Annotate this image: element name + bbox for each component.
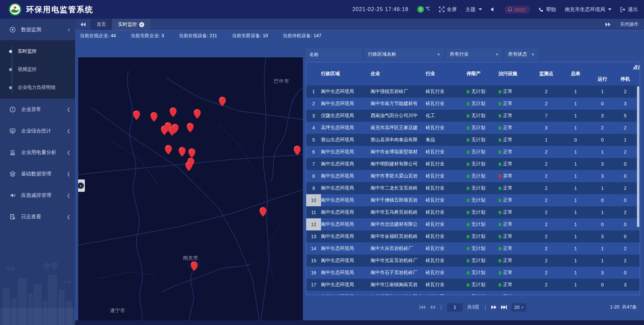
table-row[interactable]: 11阆中生态环境局阆中市五马桥页岩机砖砖瓦行业无计划正常21120: [306, 206, 640, 218]
map-pin-icon[interactable]: [165, 145, 172, 155]
sidebar-group-0: 数据监测∨实时监控视频监控企业电力负荷明细: [0, 19, 75, 99]
cell-total-meters: 1: [562, 161, 589, 167]
sidebar-item-企业综合统计[interactable]: 企业综合统计❮: [0, 120, 75, 142]
sidebar-item-企业异常[interactable]: 企业异常❮: [0, 99, 75, 120]
map-pin-icon[interactable]: [185, 161, 193, 171]
sidebar-item-label: 企业异常: [21, 106, 67, 113]
org-dropdown[interactable]: 南充市生态环境局: [565, 6, 611, 13]
region-filter-dropdown[interactable]: 行政区域名称 ∨: [365, 49, 443, 60]
last-page-button[interactable]: [501, 305, 507, 309]
fullscreen-button[interactable]: 全屏: [439, 6, 457, 13]
sound-toggle[interactable]: [491, 7, 496, 12]
name-filter-input[interactable]: [309, 52, 358, 57]
sidebar-subitem-视频监控[interactable]: 视频监控: [0, 60, 75, 78]
table-row[interactable]: 10阆中生态环境局阆中千佛镇五郎垭页岩砖瓦行业无计划正常21003: [306, 194, 640, 206]
map-pin-icon[interactable]: [187, 123, 194, 132]
status-dot-icon: [467, 283, 470, 287]
map-pin-icon[interactable]: [260, 207, 267, 217]
map-pin-icon[interactable]: [151, 112, 158, 122]
cell-stopped: 0: [616, 173, 635, 179]
table-row[interactable]: 3仪陇生态环境局西南油气田分公司川中化工无计划正常71350: [306, 110, 640, 122]
theme-dropdown[interactable]: 主题: [466, 6, 482, 13]
tabs-scroll-left-button[interactable]: [80, 22, 86, 26]
map-pin-icon[interactable]: [293, 146, 301, 155]
industry-filter-dropdown[interactable]: 所有行业 ∨: [446, 49, 502, 60]
status-dot-icon: [467, 295, 470, 295]
column-header: 治污设施: [498, 62, 530, 86]
next-page-button[interactable]: [491, 305, 496, 309]
tab-实时监控[interactable]: 实时监控✕: [112, 19, 150, 30]
help-button[interactable]: 帮助: [539, 6, 556, 13]
status-filter-value: 所有状态: [508, 51, 529, 57]
table-row[interactable]: 5营山生态环境局营山县润丰肉食品有限食品无计划正常10010: [306, 134, 640, 146]
map-pin-icon[interactable]: [169, 107, 176, 117]
table-row[interactable]: 6阆中生态环境局阆中市金博瑞新型墙材砖瓦行业无计划正常21120: [306, 146, 640, 158]
map-pin-icon[interactable]: [172, 124, 179, 133]
sidebar-subitem-企业电力负荷明细[interactable]: 企业电力负荷明细: [0, 78, 75, 97]
table-row[interactable]: 16阆中生态环境局阆中市石子页岩机砖厂砖瓦行业无计划正常21300: [306, 267, 640, 279]
table-row[interactable]: 8阆中生态环境局阆中市枣碧大梁山页岩砖瓦行业无计划异常21300: [306, 170, 640, 182]
tabs-scroll-right-button[interactable]: [605, 22, 610, 26]
sidebar-item-应急减排管理[interactable]: 应急减排管理❮: [0, 184, 75, 206]
table-row[interactable]: 9阆中生态环境局阆中市二龙长宝页岩砖砖瓦行业无计划正常21120: [306, 182, 640, 194]
tab-首页[interactable]: 首页: [91, 19, 112, 30]
table-scrollbar[interactable]: [637, 86, 639, 294]
cell-running: 0: [589, 282, 616, 287]
status-dot-icon: [467, 90, 470, 94]
table-row[interactable]: 2阆中生态环境局阆中市南方节能建材有砖瓦行业无计划正常21030: [306, 98, 640, 110]
cell-production-limit: 无计划: [467, 125, 498, 131]
map-pin-icon[interactable]: [219, 97, 226, 106]
cell-region: 阆中生态环境局: [321, 185, 371, 191]
table-row[interactable]: 17阆中生态环境局阆中市江南镇阆南页岩砖瓦行业无计划正常21030: [306, 279, 640, 291]
table-row[interactable]: 12阆中生态环境局阆中市忠信建材有限公砖瓦行业无计划正常21003: [306, 218, 640, 230]
first-page-button[interactable]: [420, 305, 425, 309]
sidebar-item-数据监测[interactable]: 数据监测∨: [0, 19, 75, 40]
map-panel[interactable]: 巴中市南充市遂宁市 ‹: [78, 57, 303, 320]
map-pin-icon[interactable]: [191, 261, 198, 271]
map-pin-icon[interactable]: [194, 109, 201, 119]
cell-production-limit: 无计划: [467, 221, 498, 227]
table-row[interactable]: 13阆中生态环境局阆中市金福旺页岩机砖砖瓦行业无计划正常21300: [306, 230, 640, 242]
sidebar-item-label: 企业综合统计: [21, 128, 67, 134]
cell-running: 1: [589, 89, 616, 94]
map-pin-icon[interactable]: [133, 110, 140, 120]
tab-close-icon[interactable]: ✕: [139, 22, 144, 27]
page-size-select[interactable]: 20 ∨: [512, 303, 526, 312]
table-row[interactable]: 18南部生态环境局南部县双华山建材有限公建材加工无计划正常52050: [306, 291, 640, 295]
page-number-input[interactable]: [447, 303, 463, 312]
cell-region: 阆中生态环境局: [321, 197, 371, 203]
prev-page-button[interactable]: [430, 305, 435, 309]
table-row[interactable]: 15阆中生态环境局阆中市光富页岩机砖厂砖瓦行业无计划正常21120: [306, 255, 640, 267]
map-collapse-button[interactable]: ‹: [78, 179, 85, 192]
sidebar-item-日志查看[interactable]: 日志查看❮: [0, 206, 75, 227]
map-pin-icon[interactable]: [179, 147, 186, 157]
notification-badge[interactable]: 2632: [504, 6, 530, 13]
cell-running: 3: [589, 173, 616, 179]
cell-production-limit: 无计划: [467, 270, 498, 276]
cell-region: 阆中生态环境局: [321, 173, 371, 179]
pagination-bar: | 共3页 | 20 ∨: [306, 302, 640, 313]
map-pin-icon[interactable]: [189, 148, 196, 158]
sidebar-group-5: 应急减排管理❮: [0, 184, 75, 206]
cell-pollution-facility: 正常: [498, 209, 530, 215]
cell-row-number: 15: [306, 255, 321, 267]
cell-region: 阆中生态环境局: [321, 89, 371, 95]
column-header: 停机: [616, 73, 635, 86]
sidebar-item-基础数据管理[interactable]: 基础数据管理❮: [0, 163, 75, 184]
table-row[interactable]: 7阆中生态环境局阆中明阳建材有限公司砖瓦行业无计划正常21300: [306, 158, 640, 170]
cell-row-number: 1: [306, 86, 321, 98]
sidebar-item-企业用电量分析[interactable]: 企业用电量分析❮: [0, 142, 75, 163]
stat-value: 3: [161, 33, 164, 38]
right-panel: 行政区域名称 ∨ 所有行业 ∨ 所有状态 ∨ 行政区域企业行: [306, 49, 640, 313]
column-header: 停限产: [467, 62, 498, 86]
table-row[interactable]: 1阆中生态环境局阆中强锐页岩砖厂砖瓦行业无计划正常21120: [306, 86, 640, 98]
logout-button[interactable]: 退出: [620, 6, 638, 13]
close-operations-button[interactable]: 关闭操作: [620, 21, 639, 28]
status-filter-dropdown[interactable]: 所有状态 ∨: [505, 49, 538, 60]
sidebar-subitem-实时监控[interactable]: 实时监控: [0, 42, 75, 60]
table-row[interactable]: 14阆中生态环境局阆中大兴页岩机砖厂砖瓦行业无计划正常21120: [306, 242, 640, 255]
map-pin-icon[interactable]: [161, 125, 168, 135]
cell-region: 阆中生态环境局: [321, 209, 371, 215]
name-filter-input-box[interactable]: [306, 49, 362, 60]
table-row[interactable]: 4高坪生态环境局南充市高坪区王家店建砖瓦行业无计划正常31220: [306, 122, 640, 134]
